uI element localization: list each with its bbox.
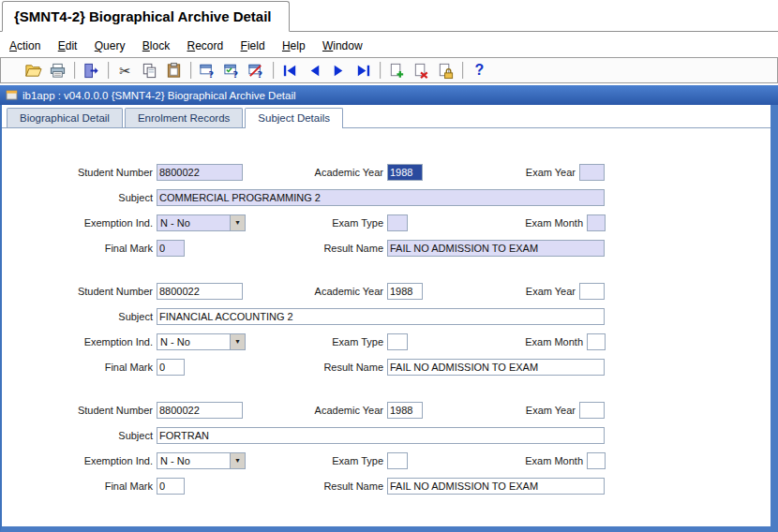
exam-type-label: Exam Type	[246, 217, 387, 229]
exam-type-field[interactable]	[387, 214, 408, 231]
insert-record-icon[interactable]	[385, 60, 409, 81]
academic-year-field[interactable]	[387, 164, 423, 181]
svg-text:?: ?	[232, 69, 238, 80]
subject-field[interactable]	[157, 308, 605, 325]
student-number-field[interactable]	[157, 164, 243, 181]
menu-query[interactable]: Query	[95, 39, 126, 52]
subject-label: Subject	[2, 430, 157, 441]
subject-label: Subject	[2, 192, 157, 203]
academic-year-label: Academic Year	[243, 167, 387, 178]
subject-record-3: Student Number Academic Year Exam Year S…	[2, 397, 771, 498]
delete-record-icon[interactable]	[410, 60, 433, 81]
exam-month-field[interactable]	[587, 214, 606, 231]
previous-record-icon[interactable]	[303, 60, 326, 81]
tab-biographical-detail[interactable]: Biographical Detail	[7, 108, 123, 127]
result-name-field[interactable]	[387, 240, 605, 257]
next-block-icon[interactable]	[352, 60, 375, 81]
exam-month-label: Exam Month	[408, 455, 587, 466]
exam-month-label: Exam Month	[408, 217, 587, 229]
exam-type-field[interactable]	[387, 333, 408, 350]
toolbar: ✂ ? ? ? ?	[0, 57, 778, 83]
chevron-down-icon[interactable]: ▼	[230, 453, 245, 468]
academic-year-field[interactable]	[387, 402, 423, 419]
exam-month-field[interactable]	[587, 333, 606, 350]
cut-icon[interactable]: ✂	[113, 60, 137, 81]
copy-icon[interactable]	[138, 60, 161, 81]
help-icon[interactable]: ?	[468, 60, 491, 81]
final-mark-field[interactable]	[157, 359, 185, 376]
exam-month-field[interactable]	[587, 452, 606, 469]
exemption-ind-value: N - No	[157, 217, 230, 229]
menu-window[interactable]: Window	[322, 39, 363, 52]
exam-year-field[interactable]	[579, 164, 605, 181]
toolbar-separator	[74, 62, 76, 79]
cancel-query-icon[interactable]: ?	[245, 60, 268, 81]
window-title-row: {SMNT4-2} Biographical Archive Detail	[0, 0, 778, 32]
academic-year-field[interactable]	[387, 283, 423, 300]
menu-field[interactable]: Field	[241, 39, 265, 52]
exit-icon[interactable]	[80, 60, 103, 81]
exam-year-field[interactable]	[579, 283, 605, 300]
next-record-icon[interactable]	[327, 60, 351, 81]
paste-icon[interactable]	[162, 60, 186, 81]
chevron-down-icon[interactable]: ▼	[230, 215, 245, 230]
student-number-field[interactable]	[157, 283, 243, 300]
subject-record-1: Student Number Academic Year Exam Year S…	[2, 159, 771, 260]
exam-month-label: Exam Month	[408, 336, 587, 347]
execute-query-icon[interactable]: ?	[220, 60, 244, 81]
result-name-field[interactable]	[387, 478, 605, 495]
toolbar-separator	[190, 62, 192, 79]
exemption-ind-label: Exemption Ind.	[2, 336, 157, 347]
exam-type-label: Exam Type	[246, 455, 387, 466]
save-icon[interactable]	[22, 60, 45, 81]
menu-help[interactable]: Help	[282, 39, 306, 52]
final-mark-label: Final Mark	[2, 243, 157, 254]
exam-type-field[interactable]	[387, 452, 408, 469]
exemption-ind-select[interactable]: N - No ▼	[157, 214, 246, 231]
app-title-bar: ib1app : v04.0.0.0 {SMNT4-2} Biographica…	[0, 85, 778, 105]
student-number-field[interactable]	[157, 402, 243, 419]
app-icon	[6, 89, 18, 101]
tab-subject-details[interactable]: Subject Details	[245, 108, 343, 128]
tab-strip: Biographical Detail Enrolment Records Su…	[2, 105, 771, 128]
menu-action[interactable]: Action	[9, 39, 40, 52]
exemption-ind-select[interactable]: N - No ▼	[157, 452, 246, 469]
enter-query-icon[interactable]: ?	[196, 60, 219, 81]
menu-record[interactable]: Record	[187, 39, 224, 52]
subject-field[interactable]	[157, 427, 605, 444]
exemption-ind-select[interactable]: N - No ▼	[157, 333, 246, 350]
menu-block[interactable]: Block	[142, 39, 170, 52]
final-mark-field[interactable]	[157, 240, 185, 257]
app-title: ib1app : v04.0.0.0 {SMNT4-2} Biographica…	[22, 90, 296, 101]
exam-year-label: Exam Year	[423, 286, 579, 297]
svg-text:?: ?	[208, 69, 214, 80]
academic-year-label: Academic Year	[243, 405, 387, 416]
tab-enrolment-records[interactable]: Enrolment Records	[125, 108, 243, 127]
result-name-label: Result Name	[185, 362, 387, 373]
toolbar-separator	[108, 62, 110, 79]
chevron-down-icon[interactable]: ▼	[230, 334, 245, 349]
menu-edit[interactable]: Edit	[58, 39, 78, 52]
lock-record-icon[interactable]	[434, 60, 457, 81]
result-name-field[interactable]	[387, 359, 605, 376]
exemption-ind-value: N - No	[157, 455, 230, 466]
exemption-ind-label: Exemption Ind.	[2, 455, 157, 466]
subject-field[interactable]	[157, 189, 605, 206]
print-icon[interactable]	[46, 60, 69, 81]
final-mark-label: Final Mark	[2, 480, 157, 492]
exam-year-field[interactable]	[579, 402, 605, 419]
student-number-label: Student Number	[2, 286, 157, 297]
final-mark-field[interactable]	[157, 478, 185, 495]
academic-year-label: Academic Year	[243, 286, 387, 297]
subject-record-2: Student Number Academic Year Exam Year S…	[2, 278, 771, 379]
svg-text:?: ?	[257, 69, 262, 80]
toolbar-separator	[462, 62, 464, 79]
student-number-label: Student Number	[2, 405, 157, 416]
exam-type-label: Exam Type	[246, 336, 387, 347]
exam-year-label: Exam Year	[423, 167, 579, 178]
toolbar-separator	[380, 62, 382, 79]
subject-details-content: Student Number Academic Year Exam Year S…	[2, 128, 771, 526]
result-name-label: Result Name	[185, 480, 387, 492]
previous-block-icon[interactable]	[278, 60, 302, 81]
exemption-ind-value: N - No	[157, 336, 230, 347]
